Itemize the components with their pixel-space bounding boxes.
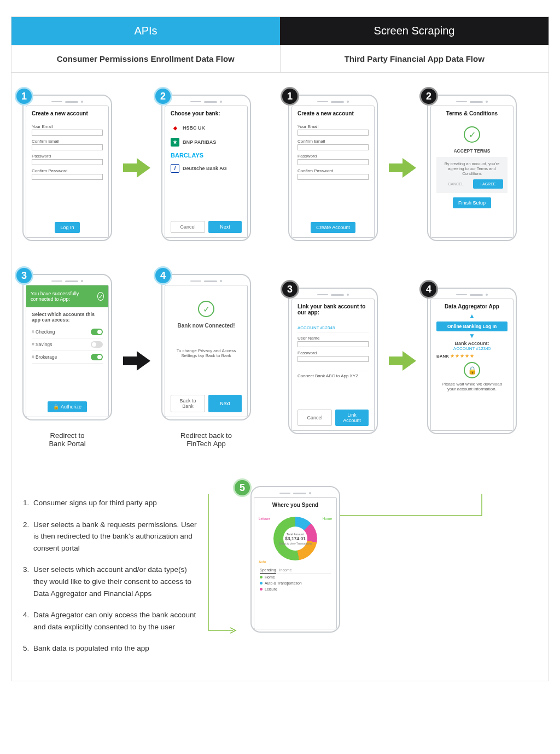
screen-title: Terms & Conditions: [436, 110, 508, 116]
tab-spending[interactable]: Spending: [260, 568, 276, 574]
phone-api-1: Create a new account Your Email Confirm …: [22, 95, 112, 241]
label-confirm-email: Confirm Email: [298, 139, 369, 144]
step-badge-r2: 2: [419, 87, 438, 106]
cancel-button[interactable]: Cancel: [298, 410, 332, 426]
phone-api-2: Choose your bank: ◆HSBC UK ★BNP PARIBAS …: [161, 95, 251, 241]
star-rating-icon: ★★★★★: [450, 353, 475, 359]
bank-hsbc[interactable]: ◆HSBC UK: [171, 121, 242, 135]
input-password[interactable]: [298, 159, 369, 165]
privacy-note: To change Privacy and Access Settings ta…: [171, 348, 242, 358]
phone-api-4: ✓ Bank now Connected! To change Privacy …: [161, 274, 251, 420]
step-4: Data Agregator can only access the bank …: [31, 609, 197, 633]
login-button[interactable]: Log In: [55, 222, 79, 233]
arrow-green-icon: [389, 157, 416, 179]
phone-api-3: You have successfully connected to App: …: [22, 274, 112, 420]
label-username: User Name: [298, 336, 369, 341]
diagram-container: APIs Screen Scraping Consumer Permission…: [0, 0, 560, 698]
subtitle: Select which accounts this app can acces…: [32, 312, 103, 323]
bottom-section: Consumer signs up for third party app Us…: [22, 486, 538, 664]
check-icon: ✓: [198, 301, 214, 317]
step-badge-4: 4: [154, 266, 172, 285]
step-3: User selects which account and/or data t…: [31, 564, 197, 599]
bank-label: BANK: [436, 354, 449, 359]
cancel-terms-button[interactable]: CANCEL: [441, 179, 471, 189]
subtitle-left: Consumer Permissions Enrollment Data Flo…: [11, 45, 281, 72]
input-email[interactable]: [298, 130, 369, 136]
phone-scrape-4: Data Aggregator App ▲ Online Banking Log…: [427, 288, 517, 434]
caption-4: Redirect back to FinTech App: [161, 431, 251, 448]
subtitles: Consumer Permissions Enrollment Data Flo…: [11, 45, 549, 73]
label-email: Your Email: [298, 124, 369, 129]
agree-button[interactable]: I AGREE: [473, 179, 503, 189]
label-confirm-email: Confirm Email: [32, 139, 103, 144]
input-username[interactable]: [298, 341, 369, 347]
link-account-button[interactable]: Link Account: [335, 410, 369, 426]
steps-list: Consumer signs up for third party app Us…: [22, 486, 197, 664]
input-email[interactable]: [32, 130, 103, 136]
phone-scrape-2: Terms & Conditions ✓ ACCEPT TERMS By cre…: [427, 95, 517, 241]
account-row-brokerage: # Brokerage: [32, 351, 103, 364]
step-badge-3: 3: [15, 266, 33, 285]
online-banking-login[interactable]: Online Banking Log In: [436, 322, 508, 331]
label-password: Password: [298, 154, 369, 159]
screen-title: Create a new account: [32, 110, 103, 116]
screen-title: Choose your bank:: [171, 110, 242, 116]
lock-icon: 🔒: [53, 404, 59, 410]
flow-row-1: 1 Create a new account Your Email Confir…: [22, 95, 538, 241]
legend-leisure: Leisure: [260, 586, 331, 592]
create-account-button[interactable]: Create Account: [311, 222, 355, 233]
step-badge-r1: 1: [281, 87, 299, 106]
arrow-green-icon: [389, 350, 416, 372]
donut-label-auto: Auto: [259, 560, 266, 564]
input-confirm-email[interactable]: [32, 144, 103, 150]
cancel-button[interactable]: Cancel: [171, 221, 205, 233]
bank-bnp[interactable]: ★BNP PARIBAS: [171, 135, 242, 149]
accept-terms-label: ACCEPT TERMS: [436, 148, 508, 154]
toggle-savings[interactable]: [91, 341, 103, 348]
donut-chart: Total Amount $3,174.01 Select to view Tr…: [273, 517, 317, 560]
bank-barclays[interactable]: BARCLAYS: [171, 149, 242, 161]
input-confirm-password[interactable]: [298, 174, 369, 180]
authorize-button[interactable]: 🔒Authorize: [48, 401, 87, 412]
label-confirm-password: Confirm Password: [32, 168, 103, 173]
arrow-black-icon: [123, 350, 150, 372]
step-badge-r3: 3: [281, 280, 299, 299]
caption-3: Redirect to Bank Portal: [22, 431, 112, 448]
next-button[interactable]: Next: [208, 395, 242, 412]
next-button[interactable]: Next: [208, 221, 242, 233]
arrow-down-icon: ▼: [436, 334, 508, 339]
back-bank-button[interactable]: Back to Bank: [171, 395, 205, 412]
input-confirm-email[interactable]: [298, 144, 369, 150]
flow-row-2: 3 You have successfully connected to App…: [22, 274, 538, 448]
connect-note: Connect Bank ABC to App XYZ: [298, 371, 369, 378]
step-badge-1: 1: [15, 87, 33, 106]
account-id: ACCOUNT #12345: [298, 325, 369, 332]
step-badge-5: 5: [233, 478, 252, 497]
phone-result-5: Where you Spend Leisure Home Auto Total …: [250, 486, 340, 633]
tab-income[interactable]: Income: [279, 568, 292, 574]
step-5: Bank data is populated into the app: [31, 642, 197, 654]
bank-db[interactable]: /Deutsche Bank AG: [171, 161, 242, 176]
toggle-checking[interactable]: [91, 329, 103, 335]
toggle-brokerage[interactable]: [91, 354, 103, 360]
check-icon: ✓: [97, 292, 104, 301]
input-password[interactable]: [298, 356, 369, 362]
account-row-savings: # Savings: [32, 338, 103, 351]
bank-account-label: Bank Account:: [436, 341, 508, 346]
lock-icon: 🔒: [464, 362, 480, 378]
donut-label-home: Home: [323, 517, 332, 521]
tab-apis: APIs: [11, 17, 280, 45]
input-confirm-password[interactable]: [32, 174, 103, 180]
screen-title: Data Aggregator App: [436, 303, 508, 309]
success-banner: You have successfully connected to App: …: [26, 285, 108, 307]
label-password: Password: [298, 350, 369, 355]
header-tabs: APIs Screen Scraping: [11, 16, 549, 45]
finish-setup-button[interactable]: Finish Setup: [453, 197, 491, 208]
phone-scrape-1: Create a new account Your Email Confirm …: [288, 95, 378, 241]
account-num: ACCOUNT #12345: [436, 346, 508, 351]
legend-auto: Auto & Transportation: [260, 580, 331, 586]
label-password: Password: [32, 154, 103, 159]
step-1: Consumer signs up for third party app: [31, 497, 197, 509]
input-password[interactable]: [32, 159, 103, 165]
label-confirm-password: Confirm Password: [298, 168, 369, 173]
